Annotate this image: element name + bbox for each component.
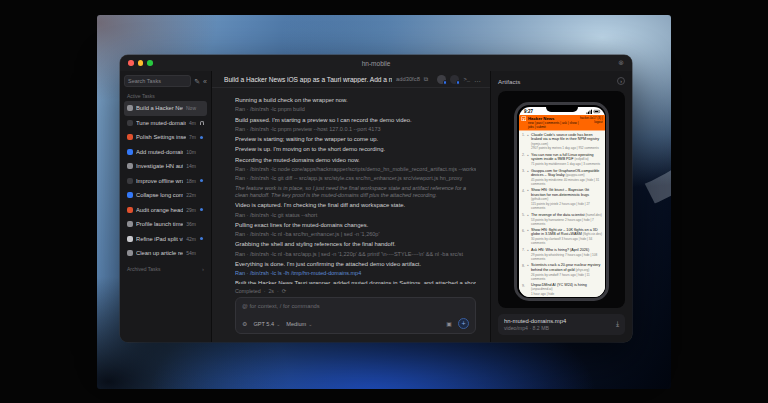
task-list-item[interactable]: Audit orange header c...29m — [124, 203, 207, 218]
hn-story-row[interactable]: 9.UnpacDMnd AI (YC W24) is hiring (unpac… — [520, 282, 602, 295]
task-list-item[interactable]: Tune muted-domain t...4m — [124, 116, 207, 131]
assistant-message: Grabbing the shell and styling reference… — [235, 241, 476, 248]
hn-story-list: 1.▲Claude Code's source code has been le… — [519, 130, 605, 296]
artifacts-panel: Artifacts › 9:27 — [490, 71, 632, 342]
app-window: hn-mobile ⊗ Search Tasks ✎ « Active Task… — [120, 55, 632, 342]
upvote-icon — [526, 282, 529, 295]
task-list-item[interactable]: Clean up article reade...54m — [124, 246, 207, 261]
new-task-icon[interactable]: ✎ — [194, 78, 200, 85]
hn-story-title[interactable]: Show HN: flight-viz – 10K flights on a 3… — [531, 227, 603, 236]
composer-input[interactable]: @ for context, / for commands — [242, 303, 469, 309]
unread-dot — [199, 208, 204, 211]
upvote-icon[interactable]: ▲ — [526, 247, 529, 260]
titlebar: hn-mobile ⊗ — [120, 55, 632, 71]
upvote-icon[interactable]: ▲ — [526, 227, 529, 244]
upvote-icon[interactable]: ▲ — [526, 152, 529, 165]
refresh-icon[interactable]: ⟳ — [282, 288, 287, 294]
hn-story-meta: 53 points by hanraeiene 2 hours ago | hi… — [531, 217, 603, 225]
task-status-icon — [127, 163, 133, 169]
task-label: Investigate HN auth i... — [136, 163, 183, 169]
hn-story-meta: 115 points by jstrieb 2 hours ago | hide… — [531, 201, 603, 209]
command-run-line: Ran · /bin/zsh -lc ls -lh /tmp/hn-muted-… — [235, 270, 476, 277]
attach-image-icon[interactable]: ▣ — [446, 320, 452, 327]
task-list-item[interactable]: Collapse long comme...22m — [124, 188, 207, 203]
phone-notch — [546, 105, 578, 112]
task-list-item[interactable]: Improve offline wrapp...18m — [124, 174, 207, 189]
hn-story-title[interactable]: Show HN: Git bisect – Bayesian Git bisec… — [531, 188, 603, 201]
hn-story-row[interactable]: 3.▲Gauppa.com for GraphoneOS-compatible … — [520, 168, 602, 185]
hn-story-row[interactable]: 5.▲The revenge of the data scientist (ha… — [520, 212, 602, 225]
task-status-icon — [127, 105, 133, 111]
upvote-icon[interactable]: ▲ — [526, 132, 529, 150]
download-icon[interactable]: ⤓ — [616, 320, 619, 328]
task-list: Build a Hacker News i...NowTune muted-do… — [124, 101, 207, 261]
hn-story-title[interactable]: You can now run a full Linux operating s… — [531, 152, 603, 161]
commit-hash[interactable]: add30fc8 — [396, 76, 420, 82]
artifact-preview-stage[interactable]: 9:27 Y — [498, 91, 625, 308]
collapse-sidebar-icon[interactable]: « — [203, 78, 207, 85]
reasoning-note: The feature work is in place, so I just … — [235, 185, 476, 199]
gear-icon[interactable]: ⚙ — [242, 320, 247, 327]
chevron-down-icon: ⌄ — [276, 321, 280, 327]
hn-username[interactable]: hacker-0x17 (3) | — [579, 116, 602, 120]
hn-nav[interactable]: jobs | submit — [528, 125, 578, 129]
hn-nav[interactable]: new | past | comments | ask | show | — [528, 121, 578, 125]
hn-story-title[interactable]: Scientists crack a 20-year nuclear myste… — [531, 263, 603, 272]
archived-tasks-toggle[interactable]: Archived Tasks › — [124, 266, 207, 272]
hn-title[interactable]: Hacker News — [528, 116, 578, 121]
terminal-icon[interactable]: >_ — [463, 76, 470, 83]
command-run-line: Ran · /bin/zsh -lc git status --short — [235, 212, 476, 219]
artifact-nav-button[interactable]: › — [617, 77, 625, 85]
task-label: Tune muted-domain t... — [136, 120, 186, 126]
hn-rank: 7. — [520, 247, 525, 260]
avatar[interactable] — [437, 75, 446, 84]
model-selector[interactable]: GPT 5.4 ⌄ — [253, 321, 280, 327]
hn-story-title[interactable]: The revenge of the data scientist (hamel… — [531, 212, 603, 216]
task-list-item[interactable]: Refine iPad split view l...42m — [124, 232, 207, 247]
hn-logout-link[interactable]: logout — [579, 120, 602, 124]
chat-transcript[interactable]: Running a build check on the wrapper now… — [212, 88, 490, 284]
task-list-item[interactable]: Profile launch time on ...36m — [124, 217, 207, 232]
hn-story-row[interactable]: 6.▲Show HN: flight-viz – 10K flights on … — [520, 227, 602, 244]
task-list-item[interactable]: Build a Hacker News i...Now — [124, 101, 207, 116]
upvote-icon[interactable]: ▲ — [526, 168, 529, 185]
artifact-file-card[interactable]: hn-muted-domains.mp4 video/mp4 · 8.2 MB … — [498, 314, 625, 336]
upvote-icon[interactable]: ▲ — [526, 212, 529, 225]
task-list-item[interactable]: Investigate HN auth i...14m — [124, 159, 207, 174]
more-options-icon[interactable]: … — [474, 76, 482, 83]
task-list-item[interactable]: Add muted-domain su...10m — [124, 145, 207, 160]
window-close-icon[interactable]: ⊗ — [618, 59, 624, 66]
task-status-icon — [127, 149, 133, 155]
send-button[interactable]: + — [458, 318, 469, 329]
task-time: 4m — [189, 120, 196, 126]
upvote-icon[interactable]: ▲ — [526, 188, 529, 210]
desktop: hn-mobile ⊗ Search Tasks ✎ « Active Task… — [0, 0, 768, 403]
hn-story-row[interactable]: 2.▲You can now run a full Linux operatin… — [520, 152, 602, 165]
hn-story-title[interactable]: UnpacDMnd AI (YC W24) is hiring (unpacdm… — [531, 282, 603, 291]
hn-story-title[interactable]: Gauppa.com for GraphoneOS-compatible dev… — [531, 168, 603, 177]
hn-story-title[interactable]: Ask HN: Who is hiring? (April 2026) — [531, 247, 603, 251]
hn-rank: 1. — [520, 132, 525, 150]
active-tasks-label: Active Tasks — [127, 93, 204, 99]
hn-story-row[interactable]: 1.▲Claude Code's source code has been le… — [520, 132, 602, 150]
effort-selector[interactable]: Medium ⌄ — [286, 321, 312, 327]
hn-story-domain: (evilpdf.io) — [573, 157, 588, 161]
hn-story-row[interactable]: 7.▲Ask HN: Who is hiring? (April 2026)29… — [520, 247, 602, 260]
copy-icon[interactable]: ⧉ — [424, 76, 428, 83]
hn-story-row[interactable]: 8.▲Scientists crack a 20-year nuclear my… — [520, 263, 602, 280]
task-time: 29m — [186, 207, 196, 213]
status-label: Completed — [235, 288, 261, 294]
search-input[interactable]: Search Tasks — [124, 75, 191, 87]
task-status-icon — [127, 178, 133, 184]
phone-clock: 9:27 — [524, 109, 533, 114]
avatar[interactable] — [450, 75, 459, 84]
hn-story-title[interactable]: Claude Code's source code has been leake… — [531, 132, 603, 145]
hn-logo[interactable]: Y — [521, 116, 526, 121]
task-label: Add muted-domain su... — [136, 149, 183, 155]
task-status-icon — [127, 207, 133, 213]
hn-story-meta: 29 points by whoishiring 7 hours ago | h… — [531, 252, 603, 260]
hn-rank: 8. — [520, 263, 525, 280]
task-list-item[interactable]: Polish Settings inserti...7m — [124, 130, 207, 145]
upvote-icon[interactable]: ▲ — [526, 263, 529, 280]
hn-story-row[interactable]: 4.▲Show HN: Git bisect – Bayesian Git bi… — [520, 188, 602, 210]
